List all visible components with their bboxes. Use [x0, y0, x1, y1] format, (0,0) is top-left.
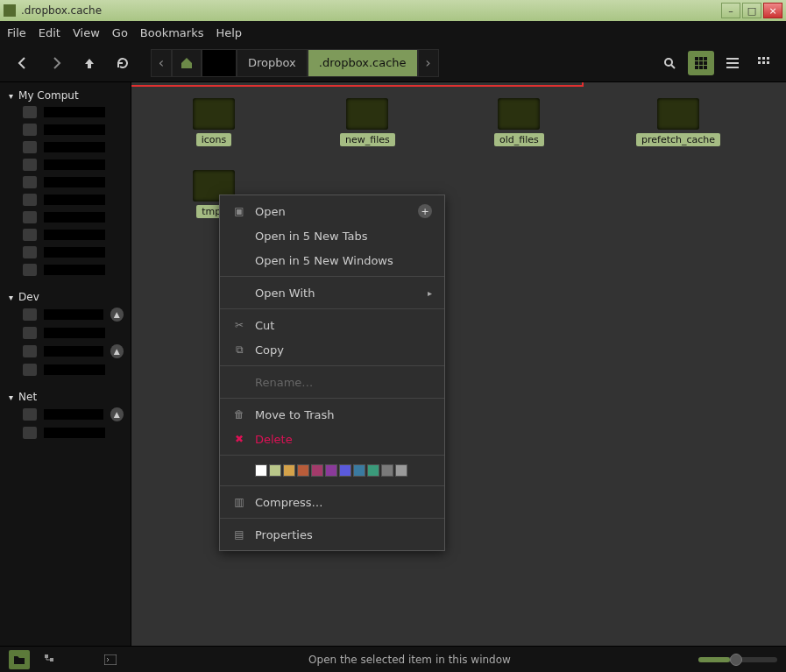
status-places-button[interactable] — [9, 650, 30, 669]
folder-icon — [193, 98, 235, 130]
forward-button[interactable] — [42, 49, 70, 77]
sidebar-item-g[interactable] — [0, 209, 131, 226]
sidebar-item-e[interactable] — [0, 173, 131, 191]
folder-old-files[interactable]: old_files — [494, 98, 544, 146]
annotation-highlight — [131, 82, 584, 87]
sidebar-header-devices[interactable]: ▾Dev — [0, 289, 131, 305]
network-icon — [23, 408, 37, 421]
breadcrumb-home[interactable] — [172, 49, 202, 77]
eject-icon[interactable]: ▲ — [110, 308, 124, 322]
color-swatch[interactable] — [283, 464, 295, 477]
slider-thumb[interactable] — [730, 654, 742, 666]
ctx-delete[interactable]: ✖Delete — [220, 427, 444, 451]
sidebar-dev-c[interactable]: ▲ — [0, 342, 131, 361]
color-swatch[interactable] — [255, 464, 267, 477]
home-icon — [180, 57, 194, 69]
svg-rect-13 — [758, 57, 761, 60]
svg-rect-6 — [704, 61, 707, 65]
folder-icons[interactable]: icons — [193, 98, 235, 146]
ctx-open-tabs[interactable]: Open in 5 New Tabs — [220, 223, 444, 248]
file-pane[interactable]: icons new_files old_files prefetch_cache… — [131, 82, 786, 646]
sidebar-item-d[interactable] — [0, 156, 131, 173]
minimize-button[interactable]: – — [721, 3, 740, 18]
sidebar-item-b[interactable] — [0, 121, 131, 138]
status-tree-button[interactable] — [40, 650, 61, 669]
menu-bookmarks[interactable]: Bookmarks — [140, 26, 204, 39]
reload-button[interactable] — [109, 49, 137, 77]
disk-icon — [23, 308, 37, 321]
color-swatch[interactable] — [339, 464, 351, 477]
color-swatch[interactable] — [367, 464, 379, 477]
sidebar-dev-d[interactable] — [0, 361, 131, 378]
close-button[interactable]: × — [763, 3, 782, 18]
svg-rect-3 — [704, 57, 707, 60]
sidebar-header-computer[interactable]: ▾My Comput — [0, 88, 131, 103]
sidebar-item-i[interactable] — [0, 244, 131, 261]
sidebar-header-network[interactable]: ▾Net — [0, 389, 131, 405]
color-swatch[interactable] — [353, 464, 365, 477]
drive-icon — [23, 124, 37, 136]
color-swatch[interactable] — [325, 464, 337, 477]
menu-go[interactable]: Go — [112, 26, 128, 39]
search-icon — [662, 56, 676, 70]
ctx-compress[interactable]: ▥Compress… — [220, 490, 444, 514]
maximize-button[interactable]: □ — [742, 3, 761, 18]
trash-icon — [23, 264, 37, 276]
color-swatch[interactable] — [297, 464, 309, 477]
breadcrumb-user[interactable] — [202, 49, 237, 77]
menu-help[interactable]: Help — [216, 26, 242, 39]
ctx-move-trash[interactable]: 🗑Move to Trash — [220, 402, 444, 427]
ctx-properties[interactable]: ▤Properties — [220, 522, 444, 547]
ctx-copy[interactable]: ⧉Copy — [220, 337, 444, 362]
sidebar-dev-a[interactable]: ▲ — [0, 305, 131, 324]
back-button[interactable] — [9, 49, 37, 77]
compact-view-button[interactable] — [751, 51, 777, 75]
list-view-button[interactable] — [719, 51, 746, 75]
ctx-open-windows[interactable]: Open in 5 New Windows — [220, 248, 444, 272]
tree-icon — [45, 654, 57, 665]
sidebar-item-h[interactable] — [0, 226, 131, 244]
folder-icon — [23, 106, 37, 118]
svg-rect-19 — [45, 654, 48, 658]
menubar: File Edit View Go Bookmarks Help — [0, 21, 786, 44]
sidebar-net-a[interactable]: ▲ — [0, 405, 131, 424]
menu-edit[interactable]: Edit — [39, 26, 60, 39]
sidebar-item-c[interactable] — [0, 138, 131, 156]
ctx-color-tags — [220, 459, 444, 482]
eject-icon[interactable]: ▲ — [110, 344, 124, 358]
menu-file[interactable]: File — [7, 26, 26, 39]
up-button[interactable] — [75, 49, 103, 77]
sidebar-item-trash[interactable] — [0, 261, 131, 279]
sidebar-dev-b[interactable] — [0, 324, 131, 342]
svg-rect-11 — [726, 62, 739, 64]
sidebar-net-b[interactable] — [0, 424, 131, 442]
ctx-open-with[interactable]: Open With▸ — [220, 280, 444, 305]
status-terminal-button[interactable] — [100, 650, 121, 669]
color-swatch[interactable] — [395, 464, 407, 477]
svg-rect-16 — [758, 61, 761, 64]
color-swatch[interactable] — [311, 464, 323, 477]
folder-new-files[interactable]: new_files — [340, 98, 395, 146]
color-swatch[interactable] — [381, 464, 393, 477]
eject-icon[interactable]: ▲ — [110, 407, 124, 421]
breadcrumb-next[interactable]: › — [418, 49, 439, 77]
breadcrumb-dropbox[interactable]: Dropbox — [237, 49, 308, 77]
disk-icon — [23, 364, 37, 376]
open-icon: ▣ — [232, 204, 246, 218]
sidebar-item-f[interactable] — [0, 191, 131, 209]
folder-prefetch-cache[interactable]: prefetch_cache — [636, 98, 720, 146]
grid-view-button[interactable] — [688, 51, 714, 75]
zoom-slider[interactable] — [698, 657, 777, 662]
sidebar-item-a[interactable] — [0, 103, 131, 121]
ctx-cut[interactable]: ✂Cut — [220, 313, 444, 337]
ctx-open[interactable]: ▣Open+ — [220, 199, 444, 223]
breadcrumb-prev[interactable]: ‹ — [151, 49, 172, 77]
folder-icon — [23, 159, 37, 171]
menu-view[interactable]: View — [73, 26, 100, 39]
folder-icon — [23, 141, 37, 153]
breadcrumb-current[interactable]: .dropbox.cache — [308, 49, 418, 77]
color-swatch[interactable] — [269, 464, 281, 477]
search-button[interactable] — [656, 51, 683, 75]
compact-icon — [758, 57, 770, 69]
chevron-right-icon: ▸ — [428, 288, 432, 298]
